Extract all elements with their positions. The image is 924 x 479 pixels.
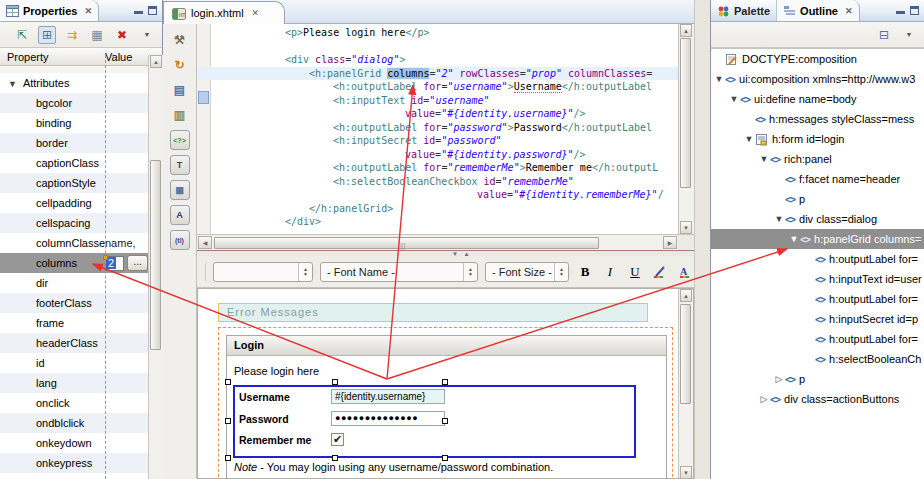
login-panel-header[interactable]: Login — [227, 336, 666, 356]
font-name-combo[interactable]: - Font Name - ▲▼ — [320, 262, 478, 282]
source-editor-hscrollbar[interactable]: ◀ ||| ▶ — [197, 234, 678, 250]
properties-scrollbar[interactable]: ▲ — [148, 55, 163, 479]
resize-handle[interactable] — [225, 379, 231, 385]
username-input[interactable]: #{identity.username} — [331, 389, 445, 404]
code-line[interactable]: value="#{identity.rememberMe}"/ — [213, 188, 678, 202]
export-template-icon[interactable]: ▥ — [170, 105, 190, 125]
code-line[interactable]: <h:outputLabel for="password">Password</… — [213, 121, 678, 135]
show-categories-icon[interactable]: ⊞ — [38, 26, 56, 44]
minimize-icon[interactable] — [134, 6, 143, 15]
remember-me-checkbox[interactable]: ✔ — [331, 433, 344, 446]
outline-view-tab[interactable]: Outline ✕ — [777, 0, 859, 21]
code-line[interactable]: <h:inputText id="username" — [213, 94, 678, 108]
outline-node[interactable]: <>h:inputSecret id=p — [711, 309, 924, 329]
code-line[interactable]: </h:panelGrid> — [213, 202, 678, 216]
code-line[interactable]: </div> — [213, 215, 678, 229]
property-row[interactable]: id — [0, 353, 148, 373]
page-preview-icon[interactable]: ▤ — [170, 80, 190, 100]
property-row[interactable]: onkeydown — [0, 433, 148, 453]
font-size-combo[interactable]: - Font Size - ▲▼ — [485, 262, 569, 282]
resize-handle[interactable] — [225, 455, 231, 461]
source-editor[interactable]: <p>Please login here</p><div class="dial… — [197, 24, 678, 234]
resize-handle[interactable] — [442, 379, 448, 385]
property-row[interactable]: captionStyle — [0, 173, 148, 193]
property-row[interactable]: dir — [0, 273, 148, 293]
resize-handle[interactable] — [442, 418, 448, 424]
outline-node[interactable]: <>h:inputText id=user — [711, 269, 924, 289]
resize-handle[interactable] — [332, 379, 338, 385]
scroll-up-icon[interactable]: ▲ — [680, 24, 692, 37]
outline-node[interactable]: ▼<>ui:define name=body — [711, 89, 924, 109]
collapse-all-icon[interactable]: ⊟ — [875, 26, 893, 44]
property-row[interactable]: lang — [0, 373, 148, 393]
error-messages-placeholder[interactable]: Error Messages — [218, 303, 648, 322]
editor-tab-close-icon[interactable]: ✕ — [252, 8, 260, 18]
outline-node[interactable]: ▷<>p — [711, 369, 924, 389]
outline-node[interactable]: ▼<>div class=dialog — [711, 209, 924, 229]
canvas-scrollbar-thumb[interactable] — [680, 304, 691, 404]
show-bundles-icon[interactable]: (tl) — [170, 230, 190, 250]
canvas-scrollbar[interactable]: ▲ ▼ — [678, 289, 694, 479]
minimize-icon[interactable] — [896, 6, 905, 15]
value-column-header[interactable]: Value — [105, 51, 132, 63]
code-line[interactable]: value="#{identity.username}"/> — [213, 107, 678, 121]
code-line[interactable]: <h:panelGrid columns="2" rowClasses="pro… — [197, 67, 678, 81]
scroll-down-icon[interactable]: ▼ — [680, 221, 692, 234]
show-styles-icon[interactable]: A — [170, 205, 190, 225]
remove-property-icon[interactable]: ✖ — [113, 26, 131, 44]
outline-node[interactable]: <>p — [711, 189, 924, 209]
column-divider[interactable] — [105, 55, 106, 479]
password-input[interactable]: ●●●●●●●●●●●●●● — [331, 411, 445, 426]
code-area[interactable]: <p>Please login here</p><div class="dial… — [213, 26, 678, 229]
visual-page-editor[interactable]: Error Messages Login Please login here U… — [197, 288, 694, 479]
outline-node[interactable]: <>h:outputLabel for= — [711, 289, 924, 309]
property-row[interactable]: border — [0, 133, 148, 153]
code-line[interactable]: value="#{identity.password}"/> — [213, 148, 678, 162]
italic-button[interactable]: I — [601, 263, 619, 281]
outline-node[interactable]: ▷<>div class=actionButtons — [711, 389, 924, 409]
properties-view-tab[interactable]: Properties ✕ — [0, 0, 99, 21]
maximize-icon[interactable] — [910, 6, 919, 15]
outline-node[interactable]: <>h:selectBooleanCh — [711, 349, 924, 369]
property-row[interactable]: footerClass — [0, 293, 148, 313]
configure-table-icon[interactable]: ▦ — [88, 26, 106, 44]
underline-button[interactable]: U — [626, 263, 644, 281]
scroll-up-icon[interactable]: ▲ — [680, 289, 692, 302]
collapse-icon[interactable]: ▼ — [713, 74, 725, 84]
bold-button[interactable]: B — [576, 263, 594, 281]
property-row[interactable]: bgcolor — [0, 93, 148, 113]
attributes-group-row[interactable]: ▼Attributes — [0, 73, 148, 93]
code-line[interactable]: <div class="dialog"> — [213, 53, 678, 67]
code-line[interactable]: <h:outputLabel for="rememberMe">Remember… — [213, 161, 678, 175]
property-row[interactable]: headerClass — [0, 333, 148, 353]
show-selection-bar-icon[interactable]: ▦ — [170, 180, 190, 200]
expand-icon[interactable]: ▷ — [773, 374, 785, 384]
property-row[interactable]: onkeyup — [0, 473, 148, 479]
property-row[interactable]: captionClass — [0, 153, 148, 173]
code-line[interactable]: <h:selectBooleanCheckbox id="rememberMe" — [213, 175, 678, 189]
view-menu-icon[interactable]: ▼ — [138, 26, 156, 44]
highlight-color-button[interactable] — [651, 263, 669, 281]
collapse-icon[interactable]: ▼ — [758, 154, 770, 164]
outline-node[interactable]: ▼<>ui:composition xmlns=http://www.w3 — [711, 69, 924, 89]
outline-node[interactable]: <>h:outputLabel for= — [711, 249, 924, 269]
property-row[interactable]: binding — [0, 113, 148, 133]
outline-node[interactable]: <>f:facet name=header — [711, 169, 924, 189]
scroll-down-icon[interactable]: ▼ — [680, 466, 692, 479]
style-combo[interactable]: ▲▼ — [213, 262, 313, 282]
spinner-icon[interactable]: ▲▼ — [554, 263, 568, 281]
scroll-left-icon[interactable]: ◀ — [198, 236, 212, 249]
property-row[interactable]: onclick — [0, 393, 148, 413]
preferences-icon[interactable]: ⚒ — [170, 30, 190, 50]
property-row[interactable]: ondblclick — [0, 413, 148, 433]
browse-button[interactable]: ... — [127, 255, 148, 271]
property-row[interactable]: cellspacing — [0, 213, 148, 233]
expand-icon[interactable]: ▷ — [758, 394, 770, 404]
code-line[interactable]: <p>Please login here</p> — [213, 26, 678, 40]
source-scrollbar-thumb[interactable] — [680, 38, 691, 188]
code-line[interactable]: <h:inputSecret id="password" — [213, 134, 678, 148]
editor-tab-login-xhtml[interactable]: HT login.xhtml ✕ — [163, 1, 285, 24]
outline-node[interactable]: ▼h:form id=login — [711, 129, 924, 149]
resize-handle[interactable] — [225, 418, 231, 424]
property-column-header[interactable]: Property — [0, 51, 105, 63]
